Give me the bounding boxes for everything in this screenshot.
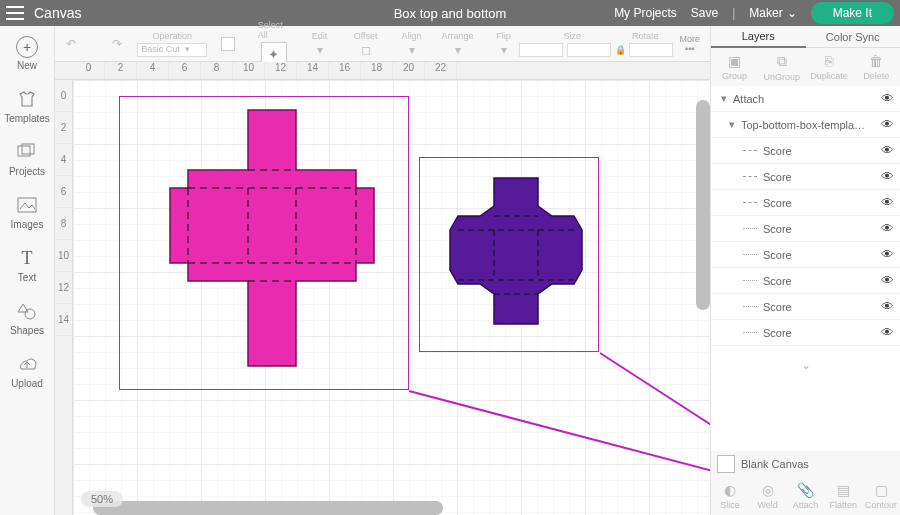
rail-new[interactable]: +New <box>16 32 38 75</box>
layer-score[interactable]: Score👁 <box>711 294 900 320</box>
visibility-toggle[interactable]: 👁 <box>881 273 894 288</box>
text-icon: T <box>15 246 39 270</box>
contour-button[interactable]: ▢Contour <box>862 477 900 515</box>
operation-label: Operation <box>153 31 193 41</box>
layer-score[interactable]: Score👁 <box>711 164 900 190</box>
visibility-toggle[interactable]: 👁 <box>881 91 894 106</box>
main-menu-button[interactable] <box>6 6 24 20</box>
upload-icon <box>15 352 39 376</box>
canvas[interactable]: 50% <box>73 80 710 515</box>
project-title[interactable]: Box top and bottom <box>394 6 507 21</box>
machine-select[interactable]: Maker ⌄ <box>749 6 796 20</box>
duplicate-icon: ⎘ <box>825 53 833 69</box>
ruler-horizontal: 0246810121416182022 <box>55 62 710 80</box>
svg-point-4 <box>25 309 35 319</box>
visibility-toggle[interactable]: 👁 <box>881 325 894 340</box>
layer-group-template[interactable]: ▾ Top-bottom-box-templa… 👁 <box>711 112 900 138</box>
rotate-panel[interactable]: Rotate⟳ <box>625 31 666 57</box>
right-panel: Layers Color Sync ▣Group ⧉UnGroup ⎘Dupli… <box>710 26 900 515</box>
group-icon: ▣ <box>728 53 741 69</box>
layer-score[interactable]: Score👁 <box>711 138 900 164</box>
visibility-toggle[interactable]: 👁 <box>881 169 894 184</box>
material-swatch[interactable] <box>212 37 244 51</box>
visibility-toggle[interactable]: 👁 <box>881 117 894 132</box>
ruler-vertical: 02468101214 <box>55 80 73 515</box>
size-panel[interactable]: Size🔒 <box>534 31 611 57</box>
rail-text[interactable]: TText <box>15 242 39 287</box>
rail-upload[interactable]: Upload <box>11 348 43 393</box>
rail-shapes[interactable]: Shapes <box>10 295 44 340</box>
ungroup-icon: ⧉ <box>777 53 787 70</box>
layer-score[interactable]: Score👁 <box>711 216 900 242</box>
layer-score[interactable]: Score👁 <box>711 242 900 268</box>
edit-menu[interactable]: Edit▾ <box>304 31 336 57</box>
save-link[interactable]: Save <box>691 6 718 20</box>
flatten-icon: ▤ <box>837 482 850 498</box>
delete-button[interactable]: 🗑Delete <box>853 48 900 86</box>
rail-templates[interactable]: Templates <box>4 83 50 128</box>
left-rail: +New Templates Projects Images TText Sha… <box>0 26 55 515</box>
canvas-scrollbar-horizontal[interactable] <box>93 501 443 515</box>
machine-name: Maker <box>749 6 782 20</box>
slice-icon: ◐ <box>724 482 736 498</box>
flip-menu[interactable]: Flip▾ <box>488 31 520 57</box>
slice-button[interactable]: ◐Slice <box>711 477 749 515</box>
layer-score[interactable]: Score👁 <box>711 190 900 216</box>
visibility-toggle[interactable]: 👁 <box>881 299 894 314</box>
image-icon <box>15 193 39 217</box>
visibility-toggle[interactable]: 👁 <box>881 221 894 236</box>
svg-line-19 <box>409 391 710 498</box>
visibility-toggle[interactable]: 👁 <box>881 195 894 210</box>
group-button[interactable]: ▣Group <box>711 48 758 86</box>
caret-down-icon[interactable]: ▾ <box>721 92 733 105</box>
chevron-down-icon[interactable]: ⌄ <box>711 358 900 372</box>
canvas-scrollbar-vertical[interactable] <box>696 100 710 310</box>
tshirt-icon <box>15 87 39 111</box>
trash-icon: 🗑 <box>869 53 883 69</box>
tab-colorsync[interactable]: Color Sync <box>806 26 901 48</box>
align-menu[interactable]: Align▾ <box>396 31 428 57</box>
zoom-level[interactable]: 50% <box>81 491 123 507</box>
canvas-swatch <box>717 455 735 473</box>
rail-projects[interactable]: Projects <box>9 136 45 181</box>
weld-button[interactable]: ◎Weld <box>749 477 787 515</box>
offset-button[interactable]: Offset◻ <box>350 31 382 57</box>
app-name: Canvas <box>34 5 81 21</box>
weld-icon: ◎ <box>762 482 774 498</box>
workspace: 0246810121416182022 02468101214 <box>55 62 710 515</box>
rotate-icon: ⟳ <box>617 45 625 55</box>
more-menu[interactable]: More••• <box>680 34 701 54</box>
attach-button[interactable]: 📎Attach <box>787 477 825 515</box>
visibility-toggle[interactable]: 👁 <box>881 247 894 262</box>
attach-icon: 📎 <box>797 482 814 498</box>
gallery-icon <box>15 140 39 164</box>
operation-group: Operation Basic Cut ▾ <box>147 31 198 57</box>
ungroup-button[interactable]: ⧉UnGroup <box>758 48 805 86</box>
chevron-down-icon: ⌄ <box>787 6 797 20</box>
arrange-menu[interactable]: Arrange▾ <box>442 31 474 57</box>
visibility-toggle[interactable]: 👁 <box>881 143 894 158</box>
duplicate-button[interactable]: ⎘Duplicate <box>806 48 853 86</box>
layer-score[interactable]: Score👁 <box>711 320 900 346</box>
contour-icon: ▢ <box>875 482 888 498</box>
layer-score[interactable]: Score👁 <box>711 268 900 294</box>
redo-button[interactable]: ↷ <box>101 37 133 51</box>
plus-icon: + <box>16 36 38 58</box>
flatten-button[interactable]: ▤Flatten <box>824 477 862 515</box>
tab-layers[interactable]: Layers <box>711 26 806 48</box>
layer-attach-group[interactable]: ▾ Attach 👁 <box>711 86 900 112</box>
caret-down-icon[interactable]: ▾ <box>729 118 741 131</box>
rail-images[interactable]: Images <box>11 189 44 234</box>
undo-button[interactable]: ↶ <box>55 37 87 51</box>
selectall-icon: ✦ <box>268 47 279 62</box>
shapes-icon <box>15 299 39 323</box>
selectall-button[interactable]: Select All ✦ <box>258 20 290 68</box>
blank-canvas-row[interactable]: Blank Canvas <box>711 451 900 477</box>
divider: | <box>732 6 735 20</box>
svg-line-20 <box>600 353 710 492</box>
my-projects-link[interactable]: My Projects <box>614 6 677 20</box>
layer-list: ▾ Attach 👁 ▾ Top-bottom-box-templa… 👁 Sc… <box>711 86 900 451</box>
make-it-button[interactable]: Make It <box>811 2 894 24</box>
operation-select[interactable]: Basic Cut ▾ <box>137 43 207 57</box>
